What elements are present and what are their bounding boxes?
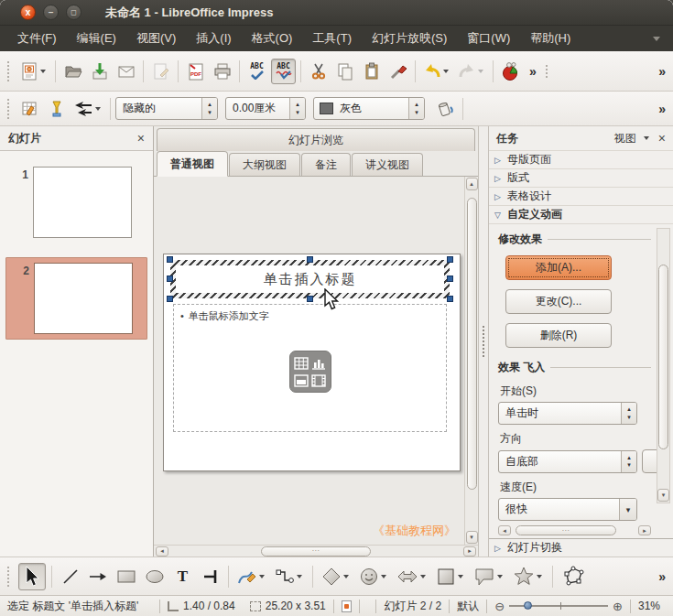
menu-format[interactable]: 格式(O) [242,26,303,51]
direction-combobox[interactable]: 自底部 ▴ ▾ [498,450,637,473]
resize-handle-sw[interactable] [167,296,173,302]
scroll-down-icon[interactable]: ▾ [657,489,669,502]
slide-editing-area[interactable]: 单击插入标题 • 单击鼠标添加文字 [154,177,478,545]
export-pdf-button[interactable]: PDF [183,59,208,84]
line-color-combobox[interactable]: 灰色 ▴ ▾ [313,97,425,120]
scroll-right-icon[interactable]: ▸ [463,546,476,557]
new-presentation-button[interactable] [17,59,50,84]
section-custom-animation[interactable]: ▽ 自定义动画 [489,205,673,223]
scroll-up-icon[interactable]: ▴ [466,178,478,190]
scrollbar-thumb[interactable]: ⋯ [261,546,372,557]
insert-image-icon[interactable] [294,373,309,388]
email-button[interactable] [114,59,138,84]
menu-window[interactable]: 窗口(W) [457,26,520,51]
insert-video-icon[interactable] [311,373,327,388]
block-arrows-dropdown-icon[interactable] [420,575,426,578]
change-effect-button[interactable]: 更改(C)... [505,289,612,314]
insert-chart-button[interactable] [498,59,524,84]
spin-up-icon[interactable]: ▴ [627,454,631,461]
section-table-design[interactable]: ▷ 表格设计 [489,187,673,205]
spin-down-icon[interactable]: ▾ [627,414,631,421]
arrow-style-dropdown-icon[interactable] [95,107,101,111]
start-spinner[interactable]: ▴ ▾ [621,403,636,424]
open-button[interactable] [60,59,85,84]
toolbar-grip[interactable] [7,99,12,119]
menu-tools[interactable]: 工具(T) [302,26,362,51]
copy-button[interactable] [332,59,357,84]
scroll-right-icon[interactable]: ▸ [638,525,651,535]
maximize-window-icon[interactable]: ◻ [66,5,81,20]
start-combobox[interactable]: 单击时 ▴ ▾ [498,402,637,425]
connector-dropdown-icon[interactable] [297,575,302,578]
edit-points-button[interactable] [559,564,588,589]
arrow-style-button[interactable] [71,96,105,122]
tasks-view-dropdown-icon[interactable] [644,136,649,140]
tab-outline-view[interactable]: 大纲视图 [229,153,300,176]
scrollbar-track[interactable] [466,191,478,530]
horizontal-scrollbar[interactable]: ◂ ⋯ ▸ [154,545,478,557]
speed-dropdown-icon[interactable]: ▾ [619,499,636,520]
cursor-position-status[interactable]: 1.40 / 0.84 [160,600,243,612]
zoom-slider-thumb[interactable] [524,601,532,610]
arrow-tool-button[interactable] [85,564,111,589]
tab-normal-view[interactable]: 普通视图 [157,151,228,177]
slide-thumbnail-image[interactable] [34,263,133,334]
menu-view[interactable]: 视图(V) [126,26,186,51]
scrollbar-thumb[interactable] [658,265,668,449]
slide-thumbnail-image[interactable] [33,167,132,238]
tasks-panel-close-icon[interactable]: × [658,131,666,146]
undo-dropdown-icon[interactable] [443,70,449,73]
spin-down-icon[interactable]: ▾ [627,461,631,469]
splitter-grip[interactable] [483,326,484,357]
spin-up-icon[interactable]: ▴ [296,101,299,108]
resize-handle-nw[interactable] [167,256,173,263]
paste-button[interactable] [359,59,384,84]
menu-file[interactable]: 文件(F) [7,26,67,51]
tab-slide-sorter[interactable]: 幻灯片浏览 [157,128,475,151]
spin-up-icon[interactable]: ▴ [627,405,631,413]
scroll-down-icon[interactable]: ▾ [466,531,478,544]
cut-button[interactable] [306,59,331,84]
section-master-pages[interactable]: ▷ 母版页面 [489,150,673,168]
spin-down-icon[interactable]: ▾ [415,109,418,116]
menu-edit[interactable]: 编辑(E) [67,26,126,51]
close-window-icon[interactable]: x [20,5,36,20]
zoom-level-status[interactable]: 31% [631,600,668,612]
tab-handout-view[interactable]: 讲义视图 [352,153,423,176]
menubar-overflow-icon[interactable] [653,37,660,41]
spelling-button[interactable]: ABC [244,59,269,84]
flowchart-dropdown-icon[interactable] [458,575,463,578]
master-style-status[interactable]: 默认 [450,599,486,614]
resize-handle-se[interactable] [447,296,453,302]
toolbar-more-icon[interactable]: » [655,102,669,116]
speed-dropdown[interactable]: 很快 ▾ [498,498,637,521]
callouts-button[interactable] [471,564,507,589]
panel-splitter[interactable] [478,126,489,557]
slide-thumbnail-1[interactable]: 1 [5,162,147,243]
menu-insert[interactable]: 插入(I) [186,26,241,51]
title-placeholder[interactable]: 单击插入标题 [170,260,450,298]
toolbar-grip[interactable] [7,567,12,587]
basic-shapes-dropdown-icon[interactable] [343,575,349,578]
direction-spinner[interactable]: ▴ ▾ [621,451,636,472]
basic-shapes-button[interactable] [319,564,353,589]
insert-table-icon[interactable] [294,355,309,371]
save-button[interactable] [87,59,112,84]
toolbar-overflow-icon[interactable]: » [526,64,540,79]
tasks-view-menu[interactable]: 视图 [614,131,636,146]
undo-button[interactable] [420,59,453,84]
grid-button[interactable] [17,96,42,122]
insert-chart-icon[interactable] [311,355,327,371]
toolbar-grip[interactable] [546,65,550,78]
add-effect-button[interactable]: 添加(A)... [505,255,612,280]
resize-handle-n[interactable] [307,256,313,263]
tasks-horizontal-scrollbar[interactable]: ◂ ⋯ ▸ [498,524,651,536]
symbol-shapes-dropdown-icon[interactable] [381,575,386,578]
section-slide-transition[interactable]: ▷ 幻灯片切换 [489,538,673,557]
scrollbar-track[interactable] [657,231,669,488]
resize-handle-e[interactable] [447,276,453,282]
vertical-scrollbar[interactable]: ▴ ▾ [464,177,478,545]
zoom-out-icon[interactable]: ⊖ [494,600,505,612]
ellipse-tool-button[interactable] [142,564,168,589]
menu-help[interactable]: 帮助(H) [520,26,581,51]
